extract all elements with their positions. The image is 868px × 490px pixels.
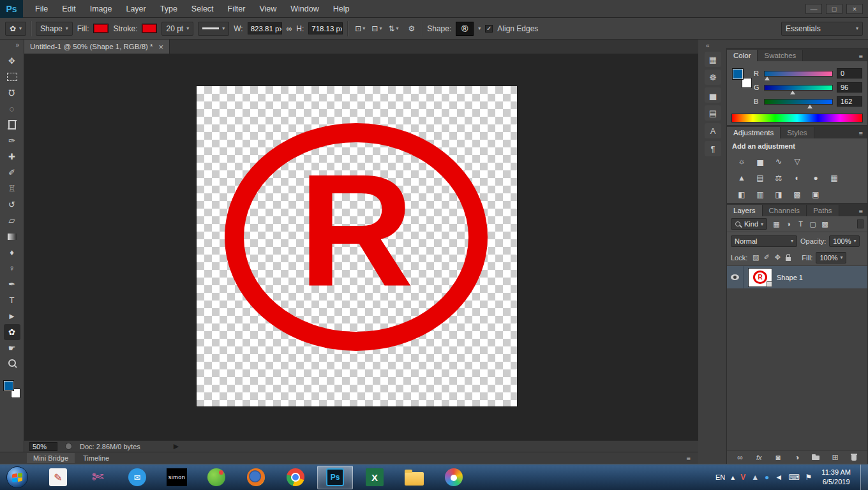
- eye-icon[interactable]: [731, 274, 739, 280]
- menu-item[interactable]: Layer: [119, 0, 153, 18]
- menu-item[interactable]: Edit: [55, 0, 83, 18]
- clock[interactable]: 11:39 AM 6/5/2019: [821, 468, 851, 487]
- lock-position-icon[interactable]: ✥: [772, 253, 782, 263]
- tab-styles[interactable]: Styles: [781, 127, 814, 138]
- foreground-color-swatch[interactable]: [733, 69, 743, 79]
- filter-kind-select[interactable]: Kind ▾: [731, 218, 767, 230]
- path-selection-tool[interactable]: ►: [4, 308, 20, 324]
- move-tool[interactable]: ✥: [4, 53, 20, 69]
- lasso-tool[interactable]: ℧: [4, 85, 20, 101]
- blend-mode-select[interactable]: Normal ▾: [731, 235, 797, 247]
- adjustment-threshold-icon[interactable]: ◨: [770, 188, 787, 201]
- channel-slider[interactable]: [764, 99, 833, 105]
- green-app[interactable]: [198, 466, 234, 489]
- rectangular-marquee-tool[interactable]: [4, 69, 20, 85]
- new-adjustment-layer-icon[interactable]: ◑: [792, 452, 802, 462]
- minimize-button[interactable]: —: [805, 4, 822, 14]
- fill-color-swatch[interactable]: [93, 24, 108, 33]
- crop-tool[interactable]: [4, 117, 20, 133]
- channel-value-field[interactable]: 162: [837, 96, 862, 107]
- histogram-panel-icon[interactable]: ▅: [705, 87, 721, 103]
- channel-slider[interactable]: [764, 71, 833, 77]
- firefox[interactable]: [238, 466, 274, 489]
- navigator-panel-icon[interactable]: ☸: [705, 70, 721, 85]
- file-explorer[interactable]: [396, 466, 432, 489]
- adjustment-curves-icon[interactable]: ∿: [770, 155, 787, 168]
- panel-menu-icon[interactable]: ≡: [855, 52, 867, 61]
- hidden-icons-arrow[interactable]: ▴: [731, 473, 735, 482]
- adjustment-invert-icon[interactable]: ◧: [733, 188, 750, 201]
- path-operations-button[interactable]: ⊡▾: [352, 22, 368, 36]
- panel-menu-icon[interactable]: ≡: [687, 454, 691, 462]
- tray-blue-icon[interactable]: ●: [765, 473, 769, 482]
- tab-layers[interactable]: Layers: [727, 205, 763, 216]
- document-tab[interactable]: Untitled-1 @ 50% (Shape 1, RGB/8) * ×: [24, 40, 170, 54]
- layer-filtering-toggle[interactable]: [857, 219, 864, 228]
- adjustment-exposure-icon[interactable]: ▽: [789, 155, 805, 168]
- custom-shape-tool[interactable]: ✿: [4, 324, 20, 340]
- tool-preset-picker[interactable]: ✿ ▾: [5, 22, 26, 36]
- filter-smart-objects-icon[interactable]: ▩: [819, 218, 831, 230]
- stroke-color-swatch[interactable]: [142, 24, 157, 33]
- spot-healing-brush-tool[interactable]: ✚: [4, 149, 20, 165]
- tab-paths[interactable]: Paths: [807, 205, 839, 216]
- slider-thumb-icon[interactable]: [790, 91, 795, 94]
- brush-tool[interactable]: ✐: [4, 165, 20, 181]
- start-button[interactable]: [6, 466, 28, 488]
- path-alignment-button[interactable]: ⊟▾: [369, 22, 384, 36]
- drawing-app[interactable]: ✎: [40, 466, 76, 489]
- workspace-switcher[interactable]: Essentials ▾: [781, 22, 863, 36]
- shape-height-field[interactable]: 718.13 px: [308, 22, 343, 34]
- dodge-tool[interactable]: ♀: [4, 260, 20, 276]
- zoom-level-field[interactable]: 50%: [29, 442, 57, 451]
- adjustment-posterize-icon[interactable]: ▥: [752, 188, 768, 201]
- delete-layer-icon[interactable]: [849, 452, 859, 462]
- menu-item[interactable]: Image: [83, 0, 119, 18]
- adjustment-gradient-map-icon[interactable]: ▩: [789, 188, 805, 201]
- zoom-tool[interactable]: [4, 356, 20, 372]
- history-brush-tool[interactable]: ↺: [4, 197, 20, 212]
- paragraph-panel-icon[interactable]: ¶: [705, 141, 721, 156]
- channel-value-field[interactable]: 0: [837, 68, 862, 78]
- tray-v-icon[interactable]: V: [740, 473, 745, 482]
- slider-thumb-icon[interactable]: [807, 105, 812, 108]
- adjustment-levels-icon[interactable]: ▅: [752, 155, 768, 168]
- language-indicator[interactable]: EN: [715, 473, 725, 481]
- eraser-tool[interactable]: ▱: [4, 212, 20, 228]
- color-spectrum-ramp[interactable]: [731, 114, 863, 122]
- lock-all-icon[interactable]: [783, 253, 793, 263]
- tab-swatches[interactable]: Swatches: [758, 50, 803, 61]
- align-edges-checkbox[interactable]: ✓: [485, 25, 493, 33]
- type-tool[interactable]: T: [4, 292, 20, 308]
- menu-item[interactable]: Select: [184, 0, 221, 18]
- capture-app[interactable]: ✄: [80, 466, 116, 489]
- layer-visibility-cell[interactable]: [727, 266, 744, 288]
- close-icon[interactable]: ×: [159, 42, 164, 52]
- new-layer-icon[interactable]: ⊞: [830, 452, 840, 462]
- adjustment-black-white-icon[interactable]: ◐: [789, 172, 805, 184]
- tab-channels[interactable]: Channels: [763, 205, 807, 216]
- link-dimensions-icon[interactable]: ∞: [287, 24, 292, 33]
- tab-timeline[interactable]: Timeline: [77, 453, 116, 463]
- quick-selection-tool[interactable]: ◌: [4, 101, 20, 117]
- clone-source-panel-icon[interactable]: ▤: [705, 105, 721, 121]
- panel-menu-icon[interactable]: ≡: [855, 207, 867, 216]
- shape-width-field[interactable]: 823.81 px: [248, 22, 282, 34]
- menu-item[interactable]: Filter: [221, 0, 253, 18]
- character-panel-icon[interactable]: A: [705, 123, 721, 138]
- tab-adjustments[interactable]: Adjustments: [727, 127, 781, 138]
- show-desktop-button[interactable]: [860, 464, 868, 490]
- layer-thumbnail[interactable]: R: [748, 268, 772, 287]
- filter-shape-layers-icon[interactable]: ▢: [807, 218, 819, 230]
- eyedropper-tool[interactable]: ✑: [4, 133, 20, 149]
- new-group-icon[interactable]: [811, 452, 821, 462]
- clone-stamp-tool[interactable]: ♖: [4, 181, 20, 197]
- close-button[interactable]: ×: [846, 4, 863, 14]
- action-center-flag-icon[interactable]: ⚑: [805, 473, 812, 482]
- path-arrangement-button[interactable]: ⇅▾: [385, 22, 401, 36]
- menu-item[interactable]: View: [252, 0, 283, 18]
- gradient-tool[interactable]: [4, 228, 20, 244]
- menu-item[interactable]: Window: [283, 0, 326, 18]
- tray-graph-icon[interactable]: ▲: [751, 473, 759, 482]
- channel-slider[interactable]: [764, 85, 833, 91]
